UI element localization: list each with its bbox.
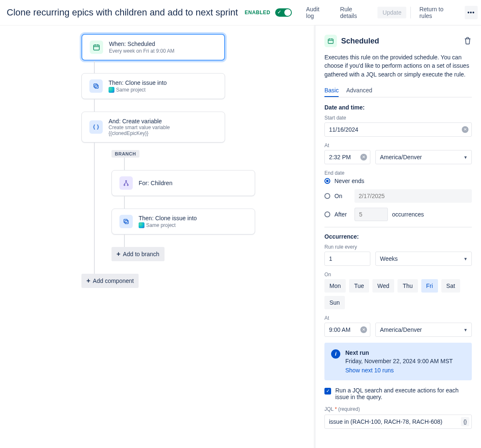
details-panel: Scheduled Executes this rule on the prov… xyxy=(315,25,481,448)
day-selector: MonTueWedThuFriSatSun xyxy=(324,279,472,309)
tab-advanced[interactable]: Advanced xyxy=(346,84,372,97)
update-button[interactable]: Update xyxy=(377,7,406,18)
clone2-sub: Same project xyxy=(139,222,197,228)
start-date-label: Start date xyxy=(324,115,472,121)
delete-button[interactable] xyxy=(463,36,472,46)
divider xyxy=(410,7,411,18)
branch-for-node[interactable]: For: Children xyxy=(111,170,255,196)
next-run-info: i Next run Friday, November 22, 2024 9:0… xyxy=(324,343,472,380)
on-days-label: On xyxy=(324,272,472,277)
after-label: After xyxy=(334,211,350,218)
radio-after[interactable] xyxy=(324,211,330,217)
day-fri[interactable]: Fri xyxy=(421,279,438,293)
page-title: Clone recurring epics with children and … xyxy=(7,7,238,18)
rule-details-link[interactable]: Rule details xyxy=(336,3,375,22)
project-avatar xyxy=(109,87,114,93)
clone-node-1[interactable]: Then: Clone issue into Same project xyxy=(81,73,225,99)
svg-point-6 xyxy=(126,181,127,182)
connector xyxy=(94,99,95,112)
trigger-title: When: Scheduled xyxy=(109,41,175,47)
add-component-button[interactable]: +Add component xyxy=(81,274,139,288)
branch-for-title: For: Children xyxy=(139,180,172,186)
audit-log-link[interactable]: Audit log xyxy=(302,3,332,22)
jql-label: JQL xyxy=(324,406,334,412)
jql-input[interactable] xyxy=(324,415,472,429)
connector xyxy=(124,158,125,170)
at2-label: At xyxy=(324,315,472,321)
clone-node-2[interactable]: Then: Clone issue into Same project xyxy=(111,209,255,234)
info-icon: i xyxy=(331,349,340,359)
var-sub2: {{clonedEpicKey}} xyxy=(109,130,170,136)
svg-rect-11 xyxy=(328,39,333,43)
start-date-input[interactable] xyxy=(324,122,472,137)
trigger-sub: Every week on Fri at 9:00 AM xyxy=(109,48,175,54)
clear-icon[interactable]: ✕ xyxy=(360,154,367,160)
toggle-knob xyxy=(284,9,291,16)
clone1-sub: Same project xyxy=(109,87,167,93)
branch-icon xyxy=(119,176,133,190)
svg-rect-5 xyxy=(94,84,97,87)
run-every-label: Run rule every xyxy=(324,244,472,250)
timezone-select[interactable] xyxy=(375,150,472,164)
svg-rect-9 xyxy=(125,220,128,224)
copy-icon xyxy=(119,215,133,228)
braces-icon xyxy=(89,120,103,134)
panel-title: Scheduled xyxy=(341,37,459,46)
jql-checkbox-label: Run a JQL search and execute actions for… xyxy=(335,387,472,400)
run-every-input[interactable] xyxy=(324,252,370,266)
jql-required: (required) xyxy=(338,406,360,412)
run-unit-select[interactable] xyxy=(375,252,472,266)
copy-icon xyxy=(89,79,103,93)
day-thu[interactable]: Thu xyxy=(397,279,418,293)
project-avatar xyxy=(139,222,144,228)
more-actions-button[interactable]: ••• xyxy=(465,6,478,19)
page-header: Clone recurring epics with children and … xyxy=(0,0,481,25)
day-sat[interactable]: Sat xyxy=(441,279,460,293)
timezone2-select[interactable] xyxy=(375,323,472,337)
day-tue[interactable]: Tue xyxy=(349,279,369,293)
jql-checkbox[interactable]: ✓ xyxy=(324,388,331,395)
connector xyxy=(94,61,95,73)
datetime-heading: Date and time: xyxy=(324,104,472,111)
trigger-node[interactable]: When: Scheduled Every week on Fri at 9:0… xyxy=(81,34,225,61)
svg-rect-0 xyxy=(94,45,99,50)
calendar-icon xyxy=(324,35,337,47)
clear-icon[interactable]: ✕ xyxy=(360,326,367,333)
occurrences-label: occurrences xyxy=(392,211,424,218)
on-label: On xyxy=(334,193,350,199)
end-on-date-input[interactable] xyxy=(354,189,472,203)
svg-point-7 xyxy=(124,184,125,186)
return-to-rules-link[interactable]: Return to rules xyxy=(415,3,461,22)
radio-never-ends[interactable] xyxy=(324,178,330,184)
variable-node[interactable]: And: Create variable Create smart value … xyxy=(81,112,225,143)
radio-on[interactable] xyxy=(324,193,330,199)
plus-icon: + xyxy=(86,277,90,285)
svg-rect-10 xyxy=(124,219,127,223)
branch-tag: BRANCH xyxy=(111,150,139,158)
connector xyxy=(124,234,125,247)
occurrence-heading: Occurrence: xyxy=(324,233,472,240)
var-title: And: Create variable xyxy=(109,118,170,125)
var-sub: Create smart value variable xyxy=(109,125,170,130)
check-icon: ✓ xyxy=(277,9,281,15)
end-date-label: End date xyxy=(324,170,472,176)
rule-canvas: When: Scheduled Every week on Fri at 9:0… xyxy=(0,25,315,448)
show-next-runs-link[interactable]: Show next 10 runs xyxy=(345,367,453,374)
day-sun[interactable]: Sun xyxy=(324,296,345,309)
enabled-toggle[interactable]: ✓ xyxy=(275,8,292,17)
clone2-title: Then: Clone issue into xyxy=(139,215,197,221)
divider xyxy=(324,227,472,227)
calendar-icon xyxy=(90,41,103,54)
svg-rect-4 xyxy=(95,85,98,88)
next-run-heading: Next run xyxy=(345,349,453,356)
clear-icon[interactable]: ✕ xyxy=(462,126,468,133)
panel-description: Executes this rule on the provided sched… xyxy=(324,53,472,79)
never-ends-label: Never ends xyxy=(334,178,365,184)
add-to-branch-button[interactable]: +Add to branch xyxy=(111,247,165,261)
jql-smart-values-button[interactable]: {} xyxy=(461,417,469,426)
tab-basic[interactable]: Basic xyxy=(324,84,339,97)
day-wed[interactable]: Wed xyxy=(372,279,395,293)
after-count-input[interactable] xyxy=(354,208,388,221)
connector xyxy=(124,196,125,209)
day-mon[interactable]: Mon xyxy=(324,279,346,293)
